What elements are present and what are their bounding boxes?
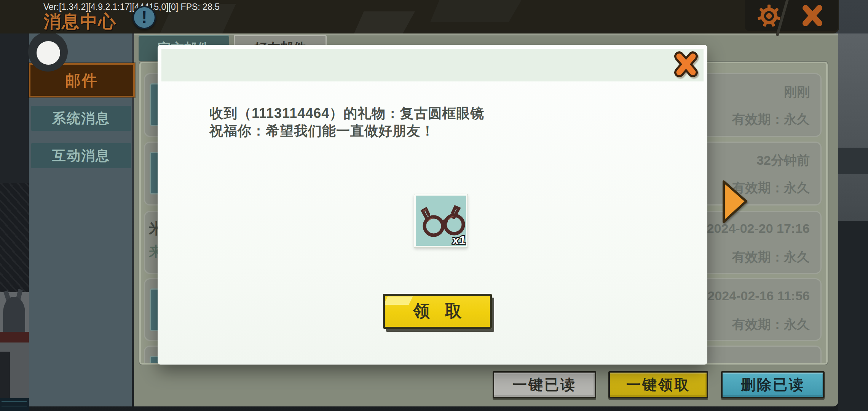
scene-building	[838, 221, 868, 411]
scene-post	[0, 352, 10, 398]
item-count-badge: x1	[452, 233, 466, 247]
mail-time: 2024-02-16 11:56	[708, 288, 810, 303]
gear-icon	[756, 24, 782, 30]
delete-read-button[interactable]: 删除已读	[721, 371, 825, 398]
scene-roof-tiles	[0, 183, 29, 292]
mail-validity: 有效期：永久	[732, 111, 810, 128]
close-icon	[800, 22, 825, 29]
dialog-close-button[interactable]	[671, 49, 701, 80]
gift-mail-dialog: 收到（1113114464）的礼物：复古圆框眼镜 祝福你：希望我们能一直做好朋友…	[158, 45, 707, 365]
claim-all-button[interactable]: 一键领取	[608, 371, 708, 398]
topbar-camo-shape	[430, 0, 522, 22]
scene-water	[0, 398, 29, 411]
mark-all-read-button[interactable]: 一键已读	[493, 371, 596, 398]
gift-message-line1: 收到（1113114464）的礼物：复古圆框眼镜	[209, 104, 484, 123]
scene-building-roof	[838, 148, 868, 174]
exclamation-icon[interactable]: !	[132, 6, 156, 29]
scene-wave-line	[2, 406, 27, 406]
sidebar-item-system-messages[interactable]: 系统消息	[31, 106, 131, 131]
sidebar-item-interactive-messages[interactable]: 互动消息	[31, 143, 131, 168]
scene-wave-line	[2, 401, 27, 402]
topbar-camo-shape	[354, 11, 415, 33]
gift-item-slot[interactable]: x1	[414, 194, 468, 247]
claim-button[interactable]: 领 取	[383, 294, 492, 329]
page-title: 消息中心	[43, 10, 116, 33]
dialog-header	[161, 49, 704, 81]
game-screen: Ver:[1.34.2][4.9.2.1:17][44415,0][0] FPS…	[0, 0, 868, 411]
background-scene-left	[0, 33, 29, 411]
top-bar: Ver:[1.34.2][4.9.2.1:17][44415,0][0] FPS…	[0, 0, 839, 33]
mail-time: 刚刚	[784, 83, 810, 101]
gift-message-line2: 祝福你：希望我们能一直做好朋友！	[209, 122, 435, 140]
mail-validity: 有效期：永久	[732, 316, 810, 333]
mail-time: 32分钟前	[756, 152, 810, 169]
close-icon	[671, 75, 701, 81]
arrow-right-indicator	[722, 180, 749, 225]
mail-validity: 有效期：永久	[732, 249, 810, 266]
scene-roof-ornament	[3, 297, 25, 332]
scene-red-beam	[0, 332, 29, 342]
close-button[interactable]	[800, 4, 825, 27]
background-scene-right	[838, 33, 868, 411]
avatar-face	[37, 41, 60, 65]
settings-button[interactable]	[756, 3, 782, 29]
